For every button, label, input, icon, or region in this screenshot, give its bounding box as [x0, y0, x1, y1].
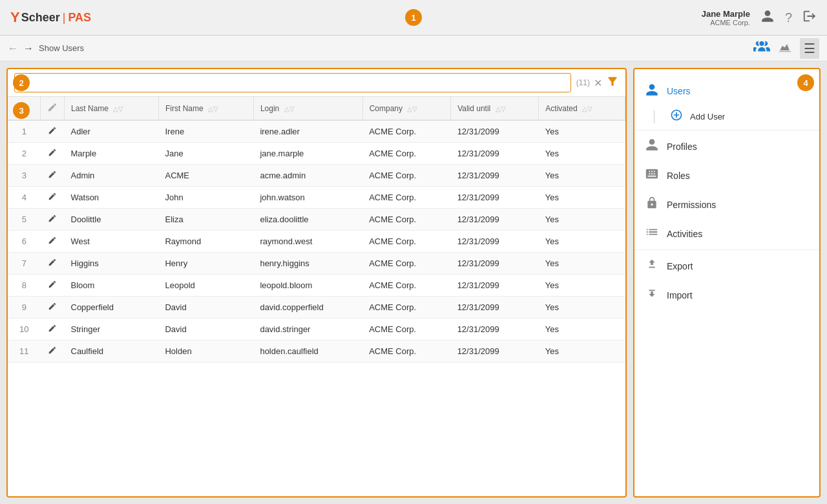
row-first-name: ACME	[158, 165, 253, 187]
row-company: ACME Corp.	[362, 319, 451, 341]
row-edit[interactable]	[41, 187, 65, 209]
search-input[interactable]	[14, 73, 571, 92]
row-valid-until: 12/31/2099	[451, 275, 539, 297]
row-activated: Yes	[539, 275, 625, 297]
table-row: 11 Caulfield Holden holden.caulfield ACM…	[8, 341, 625, 362]
row-company: ACME Corp.	[362, 297, 451, 319]
back-arrow[interactable]: ←	[8, 43, 18, 54]
export-icon	[645, 257, 659, 275]
table-row: 1 Adler Irene irene.adler ACME Corp. 12/…	[8, 120, 625, 143]
row-last-name: Doolittle	[65, 209, 159, 231]
row-login: raymond.west	[253, 231, 362, 253]
row-company: ACME Corp.	[362, 231, 451, 253]
clear-search-button[interactable]: ✕	[594, 77, 602, 89]
profile-icon[interactable]	[760, 9, 775, 26]
row-first-name: Eliza	[158, 209, 253, 231]
logo-sep: |	[63, 11, 66, 25]
step-2-badge: 2	[13, 74, 30, 91]
row-first-name: Raymond	[158, 231, 253, 253]
row-first-name: John	[158, 187, 253, 209]
hamburger-menu[interactable]: ☰	[800, 38, 819, 59]
sidebar-item-users[interactable]: Users	[634, 77, 819, 105]
row-edit[interactable]	[41, 319, 65, 341]
table-header-row: Last Name △▽ First Name △▽ Login △▽ Comp…	[8, 97, 625, 120]
col-first-name[interactable]: First Name △▽	[158, 97, 253, 120]
logo: Y Scheer | PAS	[10, 9, 91, 26]
row-company: ACME Corp.	[362, 275, 451, 297]
row-activated: Yes	[539, 209, 625, 231]
sidebar-item-add-user[interactable]: Add User	[634, 105, 819, 129]
sidebar-permissions-label: Permissions	[667, 200, 716, 210]
table-row: 3 Admin ACME acme.admin ACME Corp. 12/31…	[8, 165, 625, 187]
users-nav-icon[interactable]	[753, 39, 770, 57]
table-row: 7 Higgins Henry henry.higgins ACME Corp.…	[8, 253, 625, 275]
row-edit[interactable]	[41, 143, 65, 165]
col-last-name[interactable]: Last Name △▽	[65, 97, 159, 120]
row-company: ACME Corp.	[362, 341, 451, 362]
row-activated: Yes	[539, 319, 625, 341]
row-valid-until: 12/31/2099	[451, 341, 539, 362]
row-valid-until: 12/31/2099	[451, 209, 539, 231]
col-valid-until[interactable]: Valid until △▽	[451, 97, 539, 120]
sidebar-item-activities[interactable]: Activities	[634, 219, 819, 248]
sidebar-item-import[interactable]: Import	[634, 280, 819, 310]
row-last-name: Copperfield	[65, 297, 159, 319]
sidebar-activities-label: Activities	[667, 229, 702, 239]
row-company: ACME Corp.	[362, 209, 451, 231]
row-activated: Yes	[539, 253, 625, 275]
row-login: irene.adler	[253, 120, 362, 143]
sidebar-import-label: Import	[667, 290, 693, 300]
col-activated[interactable]: Activated △▽	[539, 97, 625, 120]
nav-left: ← → Show Users	[8, 43, 84, 54]
row-number: 6	[8, 231, 41, 253]
row-edit[interactable]	[41, 253, 65, 275]
help-icon[interactable]: ?	[785, 10, 792, 25]
row-last-name: Bloom	[65, 275, 159, 297]
filter-icon[interactable]	[606, 75, 619, 91]
row-edit[interactable]	[41, 275, 65, 297]
col-login[interactable]: Login △▽	[253, 97, 362, 120]
row-valid-until: 12/31/2099	[451, 187, 539, 209]
row-edit[interactable]	[41, 297, 65, 319]
forward-arrow[interactable]: →	[23, 43, 34, 54]
user-company: ACME Corp.	[702, 19, 750, 26]
row-edit[interactable]	[41, 209, 65, 231]
row-valid-until: 12/31/2099	[451, 231, 539, 253]
sidebar-item-roles[interactable]: Roles	[634, 161, 819, 190]
row-edit[interactable]	[41, 231, 65, 253]
row-first-name: David	[158, 319, 253, 341]
row-edit[interactable]	[41, 120, 65, 143]
row-edit[interactable]	[41, 165, 65, 187]
row-number: 5	[8, 209, 41, 231]
header-right: Jane Marple ACME Corp. ?	[702, 9, 817, 26]
row-login: holden.caulfield	[253, 341, 362, 362]
row-login: david.stringer	[253, 319, 362, 341]
row-activated: Yes	[539, 143, 625, 165]
row-company: ACME Corp.	[362, 165, 451, 187]
sidebar-add-user-label: Add User	[690, 112, 725, 121]
row-activated: Yes	[539, 165, 625, 187]
row-login: acme.admin	[253, 165, 362, 187]
activities-icon	[645, 225, 659, 242]
user-name: Jane Marple	[702, 9, 750, 19]
row-last-name: West	[65, 231, 159, 253]
sidebar-item-permissions[interactable]: Permissions	[634, 190, 819, 219]
analytics-nav-icon[interactable]	[778, 39, 792, 57]
users-icon	[645, 83, 659, 99]
top-header: Y Scheer | PAS 1 Jane Marple ACME Corp. …	[0, 0, 827, 36]
divider-1	[634, 130, 819, 131]
row-edit[interactable]	[41, 341, 65, 362]
step-4-badge: 4	[797, 74, 814, 91]
show-users-label[interactable]: Show Users	[39, 43, 84, 53]
logout-icon[interactable]	[802, 9, 817, 26]
row-number: 9	[8, 297, 41, 319]
sidebar-item-export[interactable]: Export	[634, 251, 819, 280]
table-row: 4 Watson John john.watson ACME Corp. 12/…	[8, 187, 625, 209]
row-number: 7	[8, 253, 41, 275]
row-valid-until: 12/31/2099	[451, 120, 539, 143]
users-table: Last Name △▽ First Name △▽ Login △▽ Comp…	[8, 97, 625, 362]
row-login: jane.marple	[253, 143, 362, 165]
sidebar-item-profiles[interactable]: Profiles	[634, 132, 819, 161]
col-company[interactable]: Company △▽	[362, 97, 451, 120]
step-3-badge: 3	[13, 102, 30, 119]
